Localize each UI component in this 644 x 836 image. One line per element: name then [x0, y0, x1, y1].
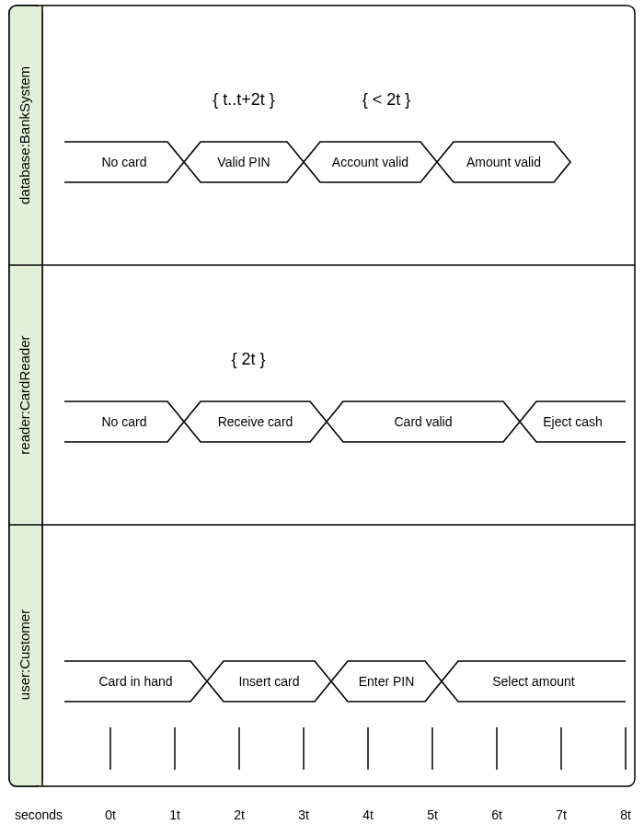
state-label: Eject cash [543, 414, 603, 429]
tick-label: 6t [491, 807, 502, 822]
state-label: Account valid [332, 155, 408, 169]
timing-constraint: { < 2t } [362, 90, 411, 109]
tick-label: 0t [105, 807, 116, 822]
tick-label: 8t [620, 807, 631, 822]
tick-label: 5t [427, 807, 438, 822]
tick-label: 2t [234, 807, 245, 822]
state-label: Card valid [394, 414, 452, 429]
svg-rect-0 [33, 6, 42, 785]
tick-label: 3t [298, 807, 309, 822]
state-label: Insert card [238, 674, 299, 689]
lane-label: reader:CardReader [17, 335, 32, 454]
state-label: No card [101, 414, 146, 429]
state-label: Enter PIN [359, 674, 415, 689]
timing-constraint: { t..t+2t } [213, 90, 275, 109]
state-label: Valid PIN [217, 155, 270, 169]
state-label: No card [101, 155, 146, 169]
state-label: Amount valid [466, 155, 541, 169]
timing-diagram: database:BankSystem{ t..t+2t }{ < 2t }No… [0, 0, 644, 836]
tick-label: 4t [362, 807, 374, 822]
state-label: Receive card [218, 414, 293, 429]
state-label: Select amount [492, 674, 575, 689]
tick-label: 7t [556, 807, 567, 822]
tick-label: 1t [169, 807, 180, 822]
lane-label: user:Customer [17, 610, 32, 700]
lane-label: database:BankSystem [17, 66, 32, 204]
timing-constraint: { 2t } [231, 350, 265, 368]
axis-label: seconds [15, 807, 63, 822]
state-label: Card in hand [98, 674, 172, 689]
